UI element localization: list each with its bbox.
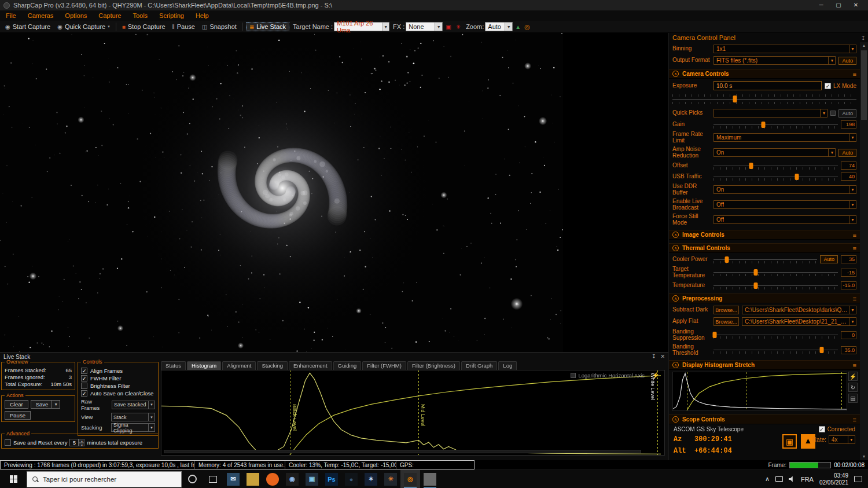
amp-noise-select[interactable]: On▼: [713, 148, 836, 157]
auto-save-checkbox[interactable]: [81, 390, 87, 397]
panel-scrollbar[interactable]: ▲▼: [860, 42, 868, 460]
red-rect-icon[interactable]: ▣: [444, 24, 453, 30]
center-target-button[interactable]: ▣: [782, 434, 797, 449]
tab-stacking[interactable]: Stacking: [257, 361, 287, 370]
dock-icon[interactable]: ↧: [652, 354, 656, 359]
taskbar-app-photoshop[interactable]: Ps: [322, 470, 341, 488]
tab-guiding[interactable]: Guiding: [333, 361, 362, 370]
live-stack-button[interactable]: ≣Live Stack: [246, 22, 289, 31]
tab-drift-graph[interactable]: Drift Graph: [461, 361, 497, 370]
gain-slider[interactable]: [713, 121, 838, 129]
quick-picks-auto-button[interactable]: Auto: [838, 109, 856, 118]
apply-flat-path-select[interactable]: C:\Users\SharkFleet\Desktop\21_21_44.fit…: [742, 317, 856, 326]
menu-file[interactable]: File: [0, 12, 22, 19]
amp-noise-auto-button[interactable]: Auto: [838, 149, 856, 157]
live-broadcast-select[interactable]: Off▼: [713, 200, 856, 209]
keyboard-language[interactable]: FRA: [801, 476, 814, 483]
speaker-icon[interactable]: [789, 476, 795, 482]
usb-traffic-slider[interactable]: [713, 173, 838, 181]
menu-cameras[interactable]: Cameras: [22, 12, 60, 19]
view-select[interactable]: Stack▼: [111, 413, 155, 421]
start-capture-button[interactable]: ◉Start Capture: [2, 23, 53, 31]
tab-log[interactable]: Log: [498, 361, 517, 370]
output-format-select[interactable]: FITS files (*.fits)▼: [713, 56, 836, 65]
scope-controls-header[interactable]: ∧ Scope Controls ≡: [669, 414, 860, 424]
maximize-button[interactable]: ▢: [830, 0, 847, 10]
reset-stretch-button[interactable]: ↻: [848, 383, 858, 392]
taskbar-app-folder-window[interactable]: [420, 470, 440, 488]
scope-connected-checkbox[interactable]: [819, 426, 825, 432]
menu-scripting[interactable]: Scripting: [153, 12, 190, 19]
camera-controls-header[interactable]: ∧ Camera Controls ≡: [669, 69, 860, 79]
fx-select[interactable]: None▼: [406, 22, 443, 31]
menu-icon[interactable]: ≡: [853, 71, 856, 78]
display-stretch-header[interactable]: ∧ Display Histogram Stretch ≡: [669, 360, 860, 370]
stacking-select[interactable]: Sigma Clipping▼: [111, 423, 155, 432]
subtract-dark-browse-button[interactable]: Browse...: [713, 306, 739, 314]
pin-icon[interactable]: ↧: [861, 35, 866, 41]
banding-suppression-value[interactable]: 0: [841, 331, 856, 339]
banding-suppression-slider[interactable]: [713, 331, 838, 339]
banding-threshold-value[interactable]: 35.0: [841, 346, 856, 354]
menu-icon[interactable]: ≡: [853, 295, 856, 302]
start-button[interactable]: [0, 470, 27, 488]
menu-icon[interactable]: ≡: [853, 245, 856, 252]
target-temperature-slider[interactable]: [713, 269, 838, 276]
preprocessing-header[interactable]: ∧ Preprocessing ≡: [669, 293, 860, 303]
exposure-slider[interactable]: [672, 93, 856, 106]
offset-slider[interactable]: [713, 162, 838, 170]
pause-stack-button[interactable]: Pause: [5, 411, 31, 420]
minimize-button[interactable]: ─: [812, 0, 830, 10]
save-reset-checkbox[interactable]: [5, 439, 11, 446]
frame-rate-select[interactable]: Maximum▼: [713, 133, 856, 142]
subtract-dark-path-select[interactable]: C:\Users\SharkFleet\Desktop\darks\QHY290…: [742, 306, 856, 314]
tray-expand-icon[interactable]: ∧: [765, 475, 770, 483]
histogram-scrollbar[interactable]: [164, 450, 641, 453]
image-preview[interactable]: [0, 33, 563, 352]
quick-picks-auto-checkbox[interactable]: [830, 111, 836, 116]
usb-traffic-value[interactable]: 40: [841, 173, 856, 181]
brightness-filter-checkbox[interactable]: [81, 383, 87, 389]
notification-icon[interactable]: [854, 476, 862, 482]
task-view-button[interactable]: [203, 470, 223, 488]
gain-value[interactable]: 198: [841, 120, 856, 129]
minutes-stepper[interactable]: 5 ▲▼: [69, 439, 84, 446]
apply-flat-browse-button[interactable]: Browse...: [713, 317, 739, 326]
taskbar-app-astrotool[interactable]: ✳: [381, 470, 400, 488]
target-name-select[interactable]: M101 Arp 26 Uma▼: [334, 22, 389, 31]
step-down-icon[interactable]: ▼: [79, 443, 84, 447]
binning-select[interactable]: 1x1▼: [713, 45, 856, 53]
display-stretch-histogram[interactable]: [672, 372, 847, 411]
pause-button[interactable]: ‖Pause: [170, 23, 198, 31]
save-button[interactable]: Save▼: [31, 400, 61, 409]
taskbar-app-mail[interactable]: ✉: [223, 470, 243, 488]
quick-picks-select[interactable]: ▼: [713, 109, 827, 118]
tab-histogram[interactable]: Histogram: [187, 361, 221, 370]
raw-frames-select[interactable]: Save Stacked▼: [112, 401, 155, 409]
fwhm-filter-checkbox[interactable]: [81, 375, 87, 381]
target-temperature-value[interactable]: -15: [841, 269, 856, 277]
menu-help[interactable]: Help: [190, 12, 215, 19]
image-controls-header[interactable]: ∧ Image Controls ≡: [669, 230, 860, 240]
taskbar-search[interactable]: Taper ici pour rechercher: [27, 471, 182, 487]
force-still-select[interactable]: Off▼: [713, 215, 856, 224]
banding-threshold-slider[interactable]: [713, 346, 838, 354]
histogram-icon[interactable]: ▲: [514, 24, 522, 30]
align-frames-checkbox[interactable]: [81, 368, 87, 374]
tab-enhancement[interactable]: Enhancement: [289, 361, 332, 370]
red-cross-icon[interactable]: ✳: [454, 24, 462, 30]
taskbar-app-sharpcap[interactable]: ◎: [400, 470, 420, 488]
taskbar-app-explorer[interactable]: [243, 470, 263, 488]
exposure-input[interactable]: 10.0 s: [713, 81, 822, 90]
taskbar-clock[interactable]: 03:4902/05/2021: [819, 472, 848, 486]
cortana-button[interactable]: [182, 470, 203, 488]
cooler-auto-button[interactable]: Auto: [820, 255, 838, 263]
stop-capture-button[interactable]: ■Stop Capture: [119, 23, 168, 31]
menu-options[interactable]: Options: [59, 12, 93, 19]
ddr-buffer-select[interactable]: On▼: [713, 185, 856, 194]
cooler-power-slider[interactable]: [713, 256, 817, 263]
menu-icon[interactable]: ≡: [853, 362, 856, 369]
thermal-controls-header[interactable]: ∧ Thermal Controls ≡: [669, 243, 860, 253]
snapshot-button[interactable]: ◫Snapshot: [199, 23, 240, 31]
taskbar-app-skychart[interactable]: ✶: [361, 470, 381, 488]
